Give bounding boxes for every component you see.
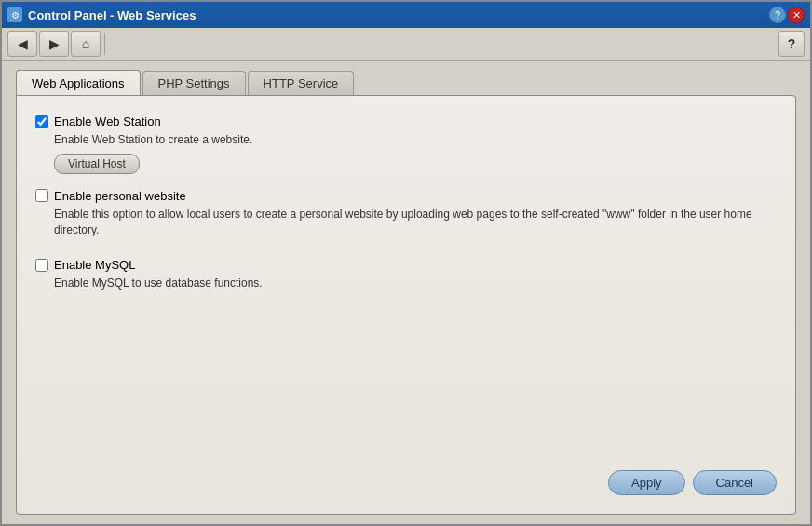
help-icon: ? bbox=[788, 36, 796, 51]
toolbar-separator bbox=[104, 33, 105, 55]
window-title: Control Panel - Web Services bbox=[28, 8, 769, 22]
web-station-description: Enable Web Station to create a website. bbox=[54, 132, 777, 148]
web-station-row: Enable Web Station bbox=[35, 115, 777, 128]
mysql-description: Enable MySQL to use database functions. bbox=[54, 276, 777, 291]
personal-website-section: Enable personal website Enable this opti… bbox=[35, 189, 777, 244]
forward-icon: ▶ bbox=[49, 36, 60, 51]
web-station-checkbox[interactable] bbox=[35, 115, 48, 128]
title-bar-buttons: ? ✕ bbox=[769, 7, 805, 23]
content-area: Web Applications PHP Settings HTTP Servi… bbox=[2, 61, 810, 524]
back-button[interactable]: ◀ bbox=[7, 31, 37, 57]
personal-website-row: Enable personal website bbox=[35, 189, 777, 203]
home-button[interactable]: ⌂ bbox=[71, 31, 101, 57]
main-window: ⚙ Control Panel - Web Services ? ✕ ◀ ▶ ⌂… bbox=[0, 0, 812, 526]
web-station-label[interactable]: Enable Web Station bbox=[54, 115, 161, 128]
personal-website-label[interactable]: Enable personal website bbox=[54, 189, 186, 203]
personal-website-description: Enable this option to allow local users … bbox=[54, 207, 777, 238]
tab-bar: Web Applications PHP Settings HTTP Servi… bbox=[16, 70, 796, 95]
tab-http-service[interactable]: HTTP Service bbox=[248, 71, 355, 95]
panel: Enable Web Station Enable Web Station to… bbox=[16, 95, 796, 515]
help-toolbar-button[interactable]: ? bbox=[778, 31, 805, 57]
help-title-button[interactable]: ? bbox=[769, 7, 786, 23]
personal-website-checkbox[interactable] bbox=[35, 189, 48, 202]
title-bar: ⚙ Control Panel - Web Services ? ✕ bbox=[2, 2, 810, 28]
window-icon: ⚙ bbox=[7, 7, 22, 22]
close-title-button[interactable]: ✕ bbox=[788, 7, 805, 23]
tab-php-settings[interactable]: PHP Settings bbox=[142, 71, 246, 95]
virtual-host-button[interactable]: Virtual Host bbox=[54, 154, 140, 174]
home-icon: ⌂ bbox=[82, 36, 89, 51]
web-station-section: Enable Web Station Enable Web Station to… bbox=[35, 115, 777, 174]
mysql-row: Enable MySQL bbox=[35, 258, 777, 272]
tab-web-applications[interactable]: Web Applications bbox=[16, 70, 141, 95]
forward-button[interactable]: ▶ bbox=[39, 31, 69, 57]
back-icon: ◀ bbox=[18, 36, 28, 51]
mysql-label[interactable]: Enable MySQL bbox=[54, 258, 135, 272]
mysql-section: Enable MySQL Enable MySQL to use databas… bbox=[35, 258, 777, 297]
apply-button[interactable]: Apply bbox=[608, 470, 685, 495]
bottom-buttons: Apply Cancel bbox=[35, 461, 777, 495]
mysql-checkbox[interactable] bbox=[35, 259, 48, 272]
toolbar: ◀ ▶ ⌂ ? bbox=[2, 28, 810, 61]
cancel-button[interactable]: Cancel bbox=[693, 470, 777, 495]
